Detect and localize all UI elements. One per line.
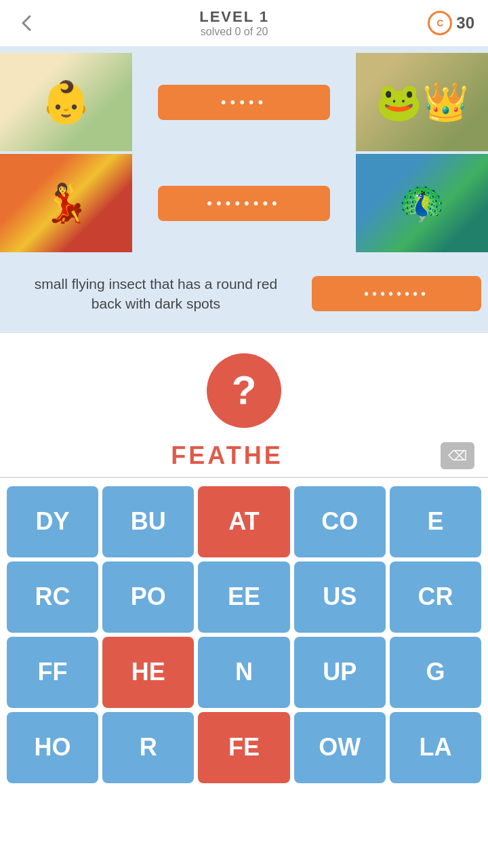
letter-cell-g[interactable]: G: [390, 637, 481, 708]
letter-cell-fe[interactable]: FE: [198, 712, 289, 783]
letter-cell-up[interactable]: UP: [294, 637, 386, 708]
letter-cell-ow[interactable]: OW: [294, 712, 386, 783]
letter-cell-us[interactable]: US: [294, 561, 386, 633]
letter-cell-dy[interactable]: DY: [7, 486, 98, 557]
letter-cell-rc[interactable]: RC: [7, 561, 98, 633]
letter-cell-n[interactable]: N: [198, 637, 289, 708]
letter-cell-at[interactable]: AT: [198, 486, 289, 557]
coin-count: 30: [456, 14, 474, 33]
letter-cell-ee[interactable]: EE: [198, 561, 289, 633]
letter-cell-he[interactable]: HE: [102, 637, 194, 708]
image-frogs: 🐸👑: [356, 53, 488, 151]
input-area: FEATHE ⌫: [0, 441, 488, 478]
delete-button[interactable]: ⌫: [441, 442, 474, 469]
letter-cell-la[interactable]: LA: [390, 712, 481, 783]
clue-answer-dots: ••••••••: [364, 286, 429, 302]
clue-text: small flying insect that has a round red…: [0, 260, 312, 328]
delete-icon: ⌫: [448, 448, 467, 464]
current-input: FEATHE: [14, 441, 441, 470]
letter-cell-co[interactable]: CO: [294, 486, 386, 557]
clue-answer-box[interactable]: ••••••••: [312, 276, 481, 311]
letter-grid: DYBUATCOERCPOEEUSCRFFHENUPGHORFEOWLA: [0, 478, 488, 791]
letter-cell-r[interactable]: R: [102, 712, 194, 783]
coin-icon: C: [428, 11, 452, 35]
coins-display: C 30: [428, 11, 474, 35]
header: LEVEL 1 solved 0 of 20 C 30: [0, 0, 488, 46]
letter-cell-e[interactable]: E: [390, 486, 481, 557]
back-button[interactable]: [14, 9, 41, 37]
letter-cell-cr[interactable]: CR: [390, 561, 481, 633]
puzzle-area: 👶 ••••• 🐸👑 💃 •••••••• 🦚 small flying ins…: [0, 46, 488, 333]
question-circle[interactable]: ?: [207, 353, 281, 428]
answer-dots-2: ••••••••: [207, 195, 281, 212]
solved-label: solved 0 of 20: [199, 26, 269, 38]
answer-box-1[interactable]: •••••: [158, 85, 330, 120]
letter-cell-bu[interactable]: BU: [102, 486, 194, 557]
clue-row: small flying insect that has a round red…: [0, 255, 488, 333]
image-baby: 👶: [0, 53, 132, 151]
letter-cell-po[interactable]: PO: [102, 561, 194, 633]
letter-cell-ff[interactable]: FF: [7, 637, 98, 708]
answer-dots-1: •••••: [221, 94, 268, 111]
level-label: LEVEL 1: [199, 8, 269, 26]
level-info: LEVEL 1 solved 0 of 20: [199, 8, 269, 38]
image-peacock: 🦚: [356, 154, 488, 252]
question-icon: ?: [232, 367, 257, 414]
letter-cell-ho[interactable]: HO: [7, 712, 98, 783]
image-carnival: 💃: [0, 154, 132, 252]
answer-box-2[interactable]: ••••••••: [158, 186, 330, 221]
question-section: ?: [0, 333, 488, 441]
puzzle-row-1: 👶 ••••• 🐸👑: [0, 53, 488, 151]
puzzle-row-2: 💃 •••••••• 🦚: [0, 154, 488, 252]
